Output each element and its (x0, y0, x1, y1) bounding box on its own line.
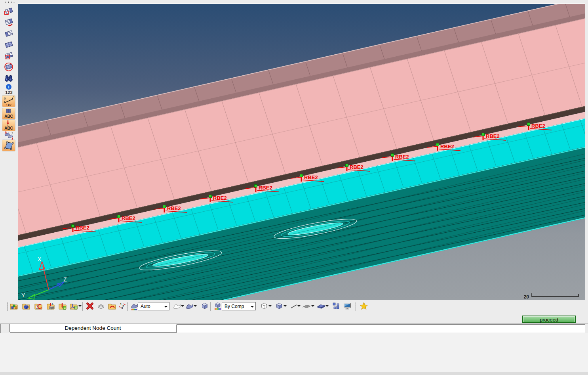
svg-text:+10': +10' (6, 103, 12, 107)
window-bottom-strip (0, 372, 588, 375)
edge-display-icon[interactable] (289, 302, 298, 310)
numbers-icon[interactable]: 123 (0, 90, 18, 95)
connector-node[interactable] (482, 133, 485, 136)
history-folder-icon[interactable] (34, 302, 43, 310)
chevron-down-icon (164, 306, 167, 309)
lower-panel-area (0, 333, 588, 372)
connector-node[interactable] (118, 215, 120, 218)
renumber-icon[interactable]: 123 (118, 302, 127, 310)
wireframe-dropdown-caret[interactable] (181, 305, 184, 308)
connector-label: RBE2 (304, 174, 318, 180)
connector-node[interactable] (255, 185, 257, 188)
z-axis-label: Z (63, 276, 67, 283)
panel-mesh-filled-icon[interactable] (4, 40, 15, 50)
viewport-3d[interactable]: RBE2RBE2RBE2RBE2RBE2RBE2RBE2RBE2RBE2RBE2… (18, 3, 585, 300)
info-icon[interactable]: i (4, 83, 15, 90)
svg-text:1: 1 (13, 96, 15, 99)
system-collector-folder-icon[interactable] (69, 302, 78, 310)
connector-label: RBE2 (486, 133, 500, 139)
mesh-style-combo[interactable]: Auto (138, 302, 169, 310)
bottom-toolbar: t 123 Auto (0, 300, 588, 312)
shaded-elements-dropdown-caret[interactable] (284, 305, 287, 308)
connector-node[interactable] (436, 143, 439, 146)
solid-cube-icon[interactable] (200, 302, 209, 310)
y-axis-label: Y (21, 292, 25, 298)
element-2d-dropdown-caret[interactable] (311, 305, 314, 308)
wire-elements-dropdown-caret[interactable] (268, 305, 272, 308)
connector-node[interactable] (391, 154, 394, 157)
wireframe-geometry-icon[interactable] (173, 302, 181, 310)
connector-label: RBE2 (259, 185, 272, 191)
connector-node[interactable] (163, 205, 166, 208)
panel-mesh-select-icon[interactable] (4, 6, 15, 17)
svg-text:t: t (52, 302, 53, 305)
panel-value-field[interactable] (177, 324, 585, 333)
connector-label: RBE2 (213, 195, 227, 201)
connector-label: RBE2 (76, 225, 89, 231)
panel-mesh-wire-icon[interactable] (4, 29, 15, 39)
elements-bycomp-icon[interactable] (213, 302, 222, 310)
shaded-geometry-icon[interactable] (185, 302, 194, 310)
card-layers-icon[interactable] (97, 302, 105, 310)
panel-divider (0, 323, 588, 323)
measure-button[interactable]: 01+10' (2, 95, 15, 107)
svg-text:i: i (8, 84, 9, 89)
connector-label: RBE2 (350, 164, 363, 170)
panel-mesh-circle-icon[interactable] (4, 62, 15, 72)
scene-svg: RBE2RBE2RBE2RBE2RBE2RBE2RBE2RBE2RBE2RBE2… (18, 4, 585, 300)
collector-dropdown-caret[interactable] (78, 305, 82, 308)
load-collector-folder-icon[interactable] (58, 302, 67, 310)
panel-mesh-arrow-icon[interactable] (4, 17, 15, 28)
favorites-star-icon[interactable] (360, 302, 368, 310)
svg-text:1: 1 (120, 302, 122, 306)
edge-dropdown-caret[interactable] (297, 305, 301, 308)
binoculars-icon[interactable] (4, 73, 15, 83)
scale-bar-label: 20 (524, 294, 529, 300)
collectors-folder-icon[interactable] (10, 302, 18, 310)
component-folder-icon[interactable] (22, 302, 30, 310)
element-plate-icon[interactable] (317, 302, 325, 310)
left-toolbar: i 123 01+10' ABC ABC (0, 0, 18, 299)
color-mode-combo[interactable]: By Comp (222, 302, 256, 310)
thickness-folder-icon[interactable]: t (46, 302, 55, 310)
connector-label: RBE2 (440, 143, 454, 149)
proceed-button[interactable]: proceed (522, 316, 576, 323)
shaded-elements-icon[interactable] (275, 302, 284, 310)
chevron-down-icon (251, 306, 254, 309)
grid-abc-button[interactable]: ABC (2, 108, 15, 120)
connector-node[interactable] (300, 174, 303, 177)
element-plate-dropdown-caret[interactable] (325, 305, 329, 308)
connector-label: RBE2 (395, 154, 409, 160)
connector-label: RBE2 (122, 215, 135, 221)
svg-text:ABC: ABC (4, 114, 13, 119)
organize-folder-icon[interactable] (108, 302, 116, 310)
toolbar-drag-handle[interactable] (4, 1, 15, 3)
color-mode-combo-value: By Comp (225, 304, 244, 309)
svg-text:3: 3 (121, 306, 123, 310)
toolbar-separator (210, 302, 211, 311)
dependent-node-count-tab[interactable]: Dependent Node Count (10, 324, 176, 332)
shaded-dropdown-caret[interactable] (194, 305, 197, 308)
surface-quad-button[interactable] (2, 140, 15, 151)
toolbar-drag-handle[interactable] (127, 302, 129, 311)
element-2d-icon[interactable] (303, 302, 311, 310)
connector-label: RBE2 (167, 205, 181, 211)
application-window: i 123 01+10' ABC ABC (0, 0, 588, 375)
connector-node[interactable] (346, 164, 348, 167)
toolbar-drag-handle[interactable] (6, 302, 8, 311)
delete-icon[interactable] (86, 302, 94, 310)
wireframe-elements-icon[interactable] (260, 302, 268, 310)
toolbar-separator (82, 302, 83, 311)
connector-node[interactable] (72, 225, 74, 228)
monitor-icon[interactable] (343, 302, 352, 310)
panel-mesh-highlight-icon[interactable] (4, 51, 15, 61)
arrange-icon[interactable] (332, 302, 341, 310)
svg-text:0: 0 (4, 97, 6, 100)
connector-node[interactable] (527, 123, 530, 126)
toolbar-drag-handle[interactable] (355, 302, 357, 311)
connector-node[interactable] (209, 195, 212, 198)
x-axis-label: X (38, 256, 42, 262)
mesh-style-combo-value: Auto (141, 304, 150, 309)
connector-label: RBE2 (531, 123, 545, 129)
